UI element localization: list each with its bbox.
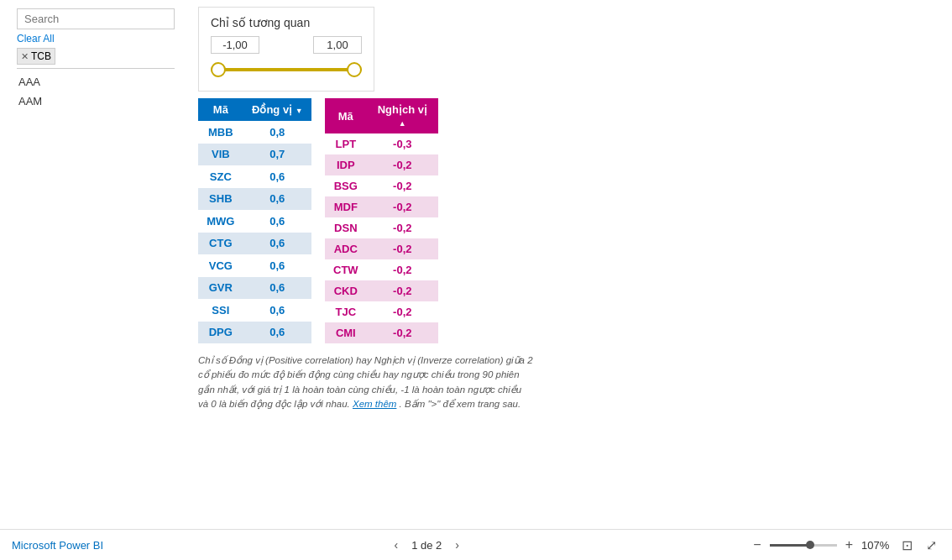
correlation-panel: Chỉ số tương quan -1,00 1,00 xyxy=(198,7,374,92)
fit-page-button[interactable]: ⊡ xyxy=(898,536,916,555)
dongvi-cell-ma: VCG xyxy=(198,254,243,277)
dongvi-cell-ma: MWG xyxy=(198,210,243,233)
nghichvi-row[interactable]: CMI-0,2 xyxy=(325,322,438,343)
powerbi-brand-link[interactable]: Microsoft Power BI xyxy=(12,539,103,552)
search-divider xyxy=(17,68,175,69)
nghichvi-cell-value: -0,2 xyxy=(367,154,438,175)
dongvi-cell-value: 0,6 xyxy=(243,322,311,344)
nghichvi-row[interactable]: DSN-0,2 xyxy=(325,217,438,238)
dongvi-row[interactable]: SZC0,6 xyxy=(198,165,311,188)
pagination: ‹ 1 de 2 › xyxy=(389,536,464,553)
nghichvi-row[interactable]: BSG-0,2 xyxy=(325,175,438,196)
fullscreen-button[interactable]: ⤢ xyxy=(923,536,940,555)
right-panel: Chỉ số tương quan -1,00 1,00 Mã Đồng vị … xyxy=(198,7,935,411)
dongvi-row[interactable]: SSI0,6 xyxy=(198,299,311,322)
nghichvi-row[interactable]: CTW-0,2 xyxy=(325,259,438,280)
nghichvi-header-ma: Mã xyxy=(325,98,367,133)
nghichvi-cell-value: -0,2 xyxy=(367,196,438,217)
prev-page-button[interactable]: ‹ xyxy=(389,536,403,553)
nghichvi-cell-value: -0,2 xyxy=(367,175,438,196)
dongvi-header-value: Đồng vị ▼ xyxy=(243,98,311,121)
zoom-slider-fill xyxy=(770,544,810,547)
nghichvi-cell-value: -0,3 xyxy=(367,133,438,154)
description-link[interactable]: Xem thêm xyxy=(353,399,396,409)
nghichvi-cell-ma: CKD xyxy=(325,280,367,301)
dongvi-row[interactable]: VCG0,6 xyxy=(198,254,311,277)
nghichvi-cell-ma: DSN xyxy=(325,217,367,238)
dongvi-cell-ma: GVR xyxy=(198,277,243,300)
slider-thumb-right[interactable] xyxy=(347,62,362,77)
nghichvi-cell-value: -0,2 xyxy=(367,322,438,343)
nghichvi-cell-value: -0,2 xyxy=(367,217,438,238)
slider-track-container[interactable] xyxy=(211,57,362,82)
dongvi-row[interactable]: DPG0,6 xyxy=(198,322,311,344)
nghichvi-row[interactable]: MDF-0,2 xyxy=(325,196,438,217)
main-content: Clear All ✕ TCB AAA AAM Chỉ số tương qua… xyxy=(0,0,952,529)
dongvi-cell-value: 0,6 xyxy=(243,188,311,211)
slider-max-label: 1,00 xyxy=(313,36,362,54)
page-indicator: 1 de 2 xyxy=(411,539,442,552)
zoom-slider[interactable] xyxy=(770,544,837,547)
search-input[interactable] xyxy=(17,8,175,29)
zoom-slider-thumb xyxy=(806,541,814,549)
dongvi-cell-value: 0,8 xyxy=(243,121,311,144)
slider-labels: -1,00 1,00 xyxy=(211,36,362,54)
dongvi-cell-ma: CTG xyxy=(198,233,243,255)
nghichvi-cell-ma: ADC xyxy=(325,238,367,259)
nghichvi-row[interactable]: LPT-0,3 xyxy=(325,133,438,154)
dongvi-header-ma: Mã xyxy=(198,98,243,121)
dongvi-row[interactable]: MWG0,6 xyxy=(198,210,311,233)
dongvi-row[interactable]: MBB0,8 xyxy=(198,121,311,144)
tag-remove-icon[interactable]: ✕ xyxy=(21,51,29,62)
dongvi-row[interactable]: GVR0,6 xyxy=(198,277,311,300)
tag-container: ✕ TCB xyxy=(17,48,185,65)
correlation-title: Chỉ số tương quan xyxy=(211,16,362,29)
zoom-percent-label: 107% xyxy=(861,539,892,552)
nghichvi-cell-ma: CTW xyxy=(325,259,367,280)
zoom-in-button[interactable]: + xyxy=(842,537,856,552)
sort-up-icon: ▲ xyxy=(399,119,406,128)
dongvi-cell-ma: SSI xyxy=(198,299,243,322)
nghichvi-cell-ma: IDP xyxy=(325,154,367,175)
dongvi-row[interactable]: CTG0,6 xyxy=(198,233,311,255)
list-item[interactable]: AAM xyxy=(17,92,185,111)
nghichvi-header-value: Nghịch vị ▲ xyxy=(367,98,438,133)
dongvi-cell-value: 0,6 xyxy=(243,233,311,255)
left-panel: Clear All ✕ TCB AAA AAM xyxy=(17,7,185,111)
nghichvi-cell-ma: TJC xyxy=(325,301,367,322)
dongvi-cell-value: 0,6 xyxy=(243,165,311,188)
slider-thumb-left[interactable] xyxy=(211,62,226,77)
nghichvi-cell-value: -0,2 xyxy=(367,259,438,280)
slider-track xyxy=(211,68,362,71)
dongvi-row[interactable]: SHB0,6 xyxy=(198,188,311,211)
dongvi-cell-value: 0,6 xyxy=(243,277,311,300)
list-item[interactable]: AAA xyxy=(17,72,185,92)
tag-item: ✕ TCB xyxy=(17,48,55,65)
description-suffix: . Bấm ">" để xem trang sau. xyxy=(400,399,521,409)
dongvi-cell-ma: VIB xyxy=(198,144,243,166)
nghichvi-row[interactable]: CKD-0,2 xyxy=(325,280,438,301)
dongvi-row[interactable]: VIB0,7 xyxy=(198,144,311,166)
zoom-controls: − + 107% xyxy=(750,537,892,552)
sort-down-icon: ▼ xyxy=(296,107,303,115)
slider-min-label: -1,00 xyxy=(211,36,259,54)
bottom-right-icons: − + 107% ⊡ ⤢ xyxy=(750,536,940,555)
nghichvi-cell-value: -0,2 xyxy=(367,238,438,259)
dongvi-cell-value: 0,6 xyxy=(243,210,311,233)
next-page-button[interactable]: › xyxy=(450,536,464,553)
tag-label: TCB xyxy=(31,50,51,62)
dongvi-table: Mã Đồng vị ▼ MBB0,8VIB0,7SZC0,6SHB0,6MWG… xyxy=(198,98,311,343)
nghichvi-cell-ma: MDF xyxy=(325,196,367,217)
nghichvi-row[interactable]: TJC-0,2 xyxy=(325,301,438,322)
nghichvi-table: Mã Nghịch vị ▲ LPT-0,3IDP-0,2BSG-0,2MDF-… xyxy=(325,98,438,343)
nghichvi-row[interactable]: IDP-0,2 xyxy=(325,154,438,175)
zoom-out-button[interactable]: − xyxy=(750,537,764,552)
nghichvi-cell-value: -0,2 xyxy=(367,280,438,301)
description-text: Chỉ số Đồng vị (Positive correlation) ha… xyxy=(198,353,534,411)
dongvi-cell-value: 0,7 xyxy=(243,144,311,166)
nghichvi-cell-ma: LPT xyxy=(325,133,367,154)
clear-all-link[interactable]: Clear All xyxy=(17,33,185,44)
nghichvi-row[interactable]: ADC-0,2 xyxy=(325,238,438,259)
stock-list: AAA AAM xyxy=(17,72,185,111)
tables-row: Mã Đồng vị ▼ MBB0,8VIB0,7SZC0,6SHB0,6MWG… xyxy=(198,98,935,343)
